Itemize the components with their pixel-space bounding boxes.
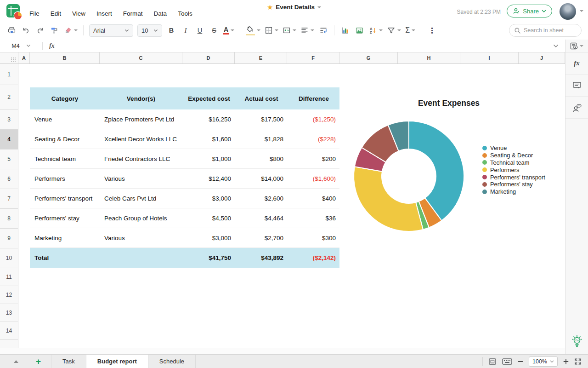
table-header-row-cell-4[interactable]: Difference xyxy=(287,87,339,109)
table-row-6-cell-2[interactable]: $3,000 xyxy=(182,228,235,247)
undo-button[interactable] xyxy=(21,24,31,36)
table-row-1-cell-3[interactable]: $1,828 xyxy=(235,129,287,149)
table-row-1-cell-1[interactable]: Xcellent Decor Works LLC xyxy=(100,129,182,149)
row-header-14[interactable]: 14 xyxy=(0,322,18,340)
row-header-6[interactable]: 6 xyxy=(0,169,18,189)
zoom-in-button[interactable] xyxy=(563,359,569,364)
table-row-6-cell-4[interactable]: $300 xyxy=(287,228,339,247)
row-header-10[interactable]: 10 xyxy=(0,248,18,268)
virtual-keyboard-icon[interactable] xyxy=(502,358,512,365)
filter-button[interactable] xyxy=(387,24,401,36)
horizontal-align-button[interactable] xyxy=(300,24,314,36)
favorite-star-icon[interactable]: ★ xyxy=(267,4,273,11)
row-header-4[interactable]: 4 xyxy=(0,130,18,150)
column-header-J[interactable]: J xyxy=(519,52,565,63)
sheet-canvas[interactable]: CategoryVendor(s)Expected costActual cos… xyxy=(18,64,565,354)
table-row-2-cell-1[interactable]: Friedel Contractors LLC xyxy=(100,149,182,168)
borders-button[interactable] xyxy=(265,24,278,36)
column-header-G[interactable]: G xyxy=(339,52,398,63)
sheet-view-button[interactable] xyxy=(565,40,588,52)
table-row-3-cell-3[interactable]: $14,000 xyxy=(235,169,287,188)
zoom-level-select[interactable]: 100% xyxy=(529,356,558,367)
title-caret-icon[interactable] xyxy=(317,6,321,8)
menu-edit[interactable]: Edit xyxy=(51,10,61,17)
cell-name-box[interactable]: M4 xyxy=(0,40,42,52)
row-header-3[interactable]: 3 xyxy=(0,109,18,130)
table-row-2-cell-3[interactable]: $800 xyxy=(235,149,287,168)
sidebar-functions-button[interactable]: fx xyxy=(565,52,588,75)
column-header-E[interactable]: E xyxy=(235,52,287,63)
table-row-1-cell-4[interactable]: ($228) xyxy=(287,129,339,149)
table-row-1-cell-2[interactable]: $1,600 xyxy=(182,129,235,149)
table-row-0-cell-4[interactable]: ($1,250) xyxy=(287,109,339,129)
row-header-9[interactable]: 9 xyxy=(0,229,18,248)
table-row-2-cell-2[interactable]: $1,000 xyxy=(182,149,235,168)
insert-image-button[interactable] xyxy=(354,24,364,36)
table-row-6-cell-1[interactable]: Various xyxy=(100,228,182,247)
row-header-1[interactable]: 1 xyxy=(0,64,18,85)
bold-button[interactable]: B xyxy=(166,24,176,36)
sidebar-collaborate-button[interactable] xyxy=(565,97,588,119)
table-header-row-cell-0[interactable]: Category xyxy=(30,87,100,109)
app-logo-icon[interactable] xyxy=(6,4,20,17)
table-row-6-cell-3[interactable]: $2,700 xyxy=(235,228,287,247)
hide-tabs-button[interactable] xyxy=(14,360,18,363)
zoom-out-button[interactable] xyxy=(518,359,523,364)
column-header-I[interactable]: I xyxy=(460,52,519,63)
add-sheet-button[interactable]: + xyxy=(36,357,41,366)
table-total-row-cell-4[interactable]: ($2,142) xyxy=(287,248,339,268)
column-header-A[interactable]: A xyxy=(18,52,30,63)
horizontal-scrollbar[interactable] xyxy=(0,348,565,354)
table-total-row-cell-0[interactable]: Total xyxy=(30,248,100,268)
row-header-2[interactable]: 2 xyxy=(0,85,18,109)
table-row-4-cell-0[interactable]: Performers' transport xyxy=(30,189,100,208)
search-input[interactable] xyxy=(524,27,574,34)
table-row-4-cell-4[interactable]: $400 xyxy=(287,189,339,208)
table-header-row-cell-1[interactable]: Vendor(s) xyxy=(100,87,182,109)
table-row-1-cell-0[interactable]: Seating & Decor xyxy=(30,129,100,149)
table-row-6-cell-0[interactable]: Marketing xyxy=(30,228,100,247)
share-button[interactable]: Share xyxy=(507,5,552,17)
table-row-5-cell-2[interactable]: $4,500 xyxy=(182,208,235,228)
formula-input[interactable] xyxy=(55,40,553,52)
more-tools-button[interactable]: ⋮ xyxy=(427,24,437,36)
avatar-caret-icon[interactable] xyxy=(580,10,583,12)
table-row-4-cell-1[interactable]: Celeb Cars Pvt Ltd xyxy=(100,189,182,208)
table-total-row-cell-3[interactable]: $43,892 xyxy=(235,248,287,268)
table-row-5-cell-0[interactable]: Performers' stay xyxy=(30,208,100,228)
font-family-select[interactable]: Arial xyxy=(89,24,133,37)
menu-data[interactable]: Data xyxy=(154,10,167,17)
menu-file[interactable]: File xyxy=(29,10,40,17)
print-button[interactable] xyxy=(6,24,17,36)
text-color-button[interactable]: A xyxy=(223,24,234,36)
column-header-D[interactable]: D xyxy=(182,52,235,63)
sidebar-comments-button[interactable] xyxy=(565,75,588,97)
donut-chart[interactable] xyxy=(350,117,468,235)
table-total-row-cell-2[interactable]: $41,750 xyxy=(182,248,235,268)
column-header-F[interactable]: F xyxy=(287,52,339,63)
table-row-5-cell-1[interactable]: Peach Group of Hotels xyxy=(100,208,182,228)
font-size-select[interactable]: 10 xyxy=(137,24,162,37)
table-header-row-cell-2[interactable]: Expected cost xyxy=(182,87,235,109)
sheet-tab-task[interactable]: Task xyxy=(51,355,86,368)
selection-mode-icon[interactable] xyxy=(488,358,497,365)
column-header-B[interactable]: B xyxy=(30,52,100,63)
table-row-4-cell-3[interactable]: $2,600 xyxy=(235,189,287,208)
table-row-5-cell-3[interactable]: $4,464 xyxy=(235,208,287,228)
redo-button[interactable] xyxy=(35,24,45,36)
expense-chart[interactable]: Event Expenses VenueSeating & DecorTechn… xyxy=(342,90,565,274)
functions-button[interactable]: Σ xyxy=(405,24,415,36)
table-row-0-cell-2[interactable]: $16,250 xyxy=(182,109,235,129)
underline-button[interactable]: U xyxy=(195,24,205,36)
clear-format-button[interactable] xyxy=(63,24,78,36)
table-row-3-cell-2[interactable]: $12,400 xyxy=(182,169,235,188)
fullscreen-icon[interactable] xyxy=(574,358,582,365)
fill-color-button[interactable] xyxy=(246,24,260,36)
menu-insert[interactable]: Insert xyxy=(96,10,112,17)
row-header-8[interactable]: 8 xyxy=(0,209,18,229)
table-row-2-cell-0[interactable]: Technical team xyxy=(30,149,100,168)
column-header-H[interactable]: H xyxy=(398,52,460,63)
row-header-5[interactable]: 5 xyxy=(0,150,18,169)
table-total-row-cell-1[interactable] xyxy=(100,248,182,268)
table-row-0-cell-3[interactable]: $17,500 xyxy=(235,109,287,129)
